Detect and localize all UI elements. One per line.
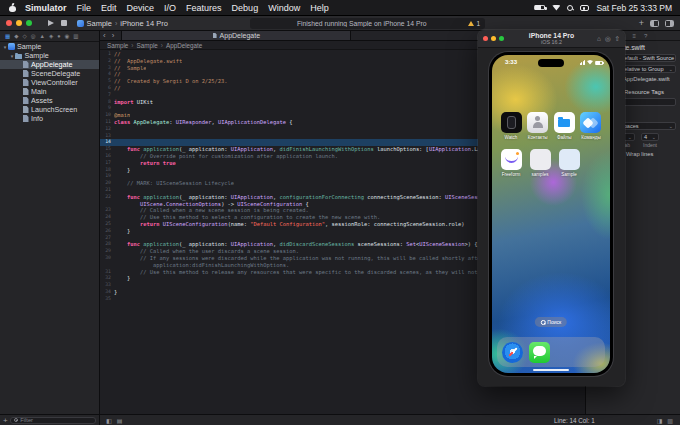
cursor-position-indicator[interactable]: Line: 14 Col: 1 <box>554 417 595 424</box>
minimize-button[interactable] <box>16 20 22 26</box>
stop-button[interactable] <box>61 20 67 26</box>
messages-app-icon[interactable] <box>529 342 550 363</box>
debug-area-toggle-icon[interactable]: ▤ <box>117 417 123 424</box>
indent-width-stepper[interactable]: 4⌄ <box>641 133 659 141</box>
forward-history-button[interactable]: › <box>109 32 118 40</box>
run-destination[interactable]: iPhone 14 Pro <box>120 19 168 28</box>
issues-navigator-icon[interactable]: ▲ <box>39 33 44 39</box>
reports-navigator-icon[interactable]: ▥ <box>73 33 78 39</box>
editor-layout-icon[interactable]: ◨ <box>657 417 663 424</box>
navigator-item-appdelegate[interactable]: AppDelegate <box>0 60 99 69</box>
navigator-item-viewcontroller[interactable]: ViewController <box>0 78 99 87</box>
menu-item-file[interactable]: File <box>77 3 92 13</box>
code-text: // Use this method to select a configura… <box>114 214 380 221</box>
minimap-toggle-icon[interactable]: ▥ <box>667 417 673 424</box>
watch-app-icon[interactable] <box>501 112 522 133</box>
home-icon[interactable]: ⌂ <box>597 35 601 43</box>
toolbar-right-icons: + <box>639 19 674 28</box>
run-button[interactable] <box>48 20 54 26</box>
home-app-freeform[interactable]: Freeform <box>499 149 523 177</box>
navigator-item-info[interactable]: Info <box>0 114 99 123</box>
minimize-button[interactable] <box>491 36 496 41</box>
menu-item-debug[interactable]: Debug <box>232 3 259 13</box>
home-app-команды[interactable]: Команды <box>579 112 603 140</box>
home-indicator[interactable] <box>533 369 569 371</box>
project-navigator-icon[interactable]: ▦ <box>5 33 10 39</box>
close-button[interactable] <box>6 20 12 26</box>
navigator-item-main[interactable]: Main <box>0 87 99 96</box>
breakpoint-toggle-icon[interactable]: ◧ <box>106 417 112 424</box>
navigator-item-sample[interactable]: ▾Sample <box>0 51 99 60</box>
debug-navigator-icon[interactable]: ● <box>57 33 60 39</box>
source-control-navigator-icon[interactable]: ◆ <box>14 33 18 39</box>
menu-item-features[interactable]: Features <box>186 3 222 13</box>
toggle-navigator-icon[interactable] <box>650 20 659 27</box>
library-plus-icon[interactable]: + <box>639 19 644 28</box>
navigator-item-assets[interactable]: Assets <box>0 96 99 105</box>
control-center-icon[interactable] <box>580 5 589 11</box>
menu-item-window[interactable]: Window <box>268 3 300 13</box>
files-app-icon[interactable] <box>554 112 575 133</box>
close-button[interactable] <box>483 36 488 41</box>
find-navigator-icon[interactable]: ◎ <box>31 33 36 39</box>
breadcrumb-item[interactable]: AppDelegate <box>166 42 202 49</box>
warning-icon[interactable] <box>468 21 474 26</box>
file-type-select[interactable]: Default - Swift Source ⌄ <box>617 54 676 62</box>
tests-navigator-icon[interactable]: ◈ <box>49 33 53 39</box>
home-app-контакты[interactable]: Контакты <box>526 112 550 140</box>
breadcrumb-item[interactable]: Sample <box>107 42 128 49</box>
navigator-item-label: AppDelegate <box>31 60 73 69</box>
share-icon[interactable]: ⇧ <box>615 35 620 43</box>
toggle-inspector-icon[interactable] <box>665 20 674 27</box>
add-plus-icon[interactable]: + <box>3 416 8 425</box>
menu-item-help[interactable]: Help <box>310 3 329 13</box>
line-number: 27 <box>100 235 114 242</box>
apple-menu-icon[interactable] <box>8 3 17 13</box>
breakpoints-navigator-icon[interactable]: ◉ <box>65 33 70 39</box>
menu-item-device[interactable]: Device <box>127 3 155 13</box>
breadcrumb-item[interactable]: Sample <box>136 42 157 49</box>
swift-file-icon <box>23 61 29 68</box>
filter-field[interactable]: Filter <box>10 417 96 424</box>
safari-app-icon[interactable] <box>502 342 523 363</box>
home-app-samples[interactable]: samples <box>528 149 552 177</box>
location-select[interactable]: Relative to Group ⌄ <box>617 65 676 73</box>
history-inspector-icon[interactable]: ≡ <box>632 33 636 39</box>
editor-tab-appdelegate[interactable]: AppDelegate <box>121 31 351 40</box>
navigator-item-launchscreen[interactable]: LaunchScreen <box>0 105 99 114</box>
menu-item-i-o[interactable]: I/O <box>164 3 176 13</box>
navigator-item-scenedelegate[interactable]: SceneDelegate <box>0 69 99 78</box>
zoom-button[interactable] <box>26 20 32 26</box>
menu-item-edit[interactable]: Edit <box>101 3 117 13</box>
bookmarks-navigator-icon[interactable]: ◇ <box>22 33 26 39</box>
search-icon[interactable] <box>567 5 573 11</box>
editor-bottom-icons: ◧ ▤ <box>100 417 122 424</box>
shortcuts-app-icon[interactable] <box>580 112 601 133</box>
screenshot-icon[interactable]: ◎ <box>605 35 611 43</box>
simulator-window[interactable]: iPhone 14 Pro iOS 16.2 ⌂◎⇧ 3:33 WatchКон… <box>478 30 625 386</box>
simulator-titlebar[interactable]: iPhone 14 Pro iOS 16.2 ⌂◎⇧ <box>478 30 625 48</box>
zoom-button[interactable] <box>499 36 504 41</box>
contacts-app-icon[interactable] <box>527 112 548 133</box>
plain-app-icon[interactable] <box>530 149 551 170</box>
code-text: // Created by Sergii D on 2/25/23. <box>114 78 228 85</box>
back-history-button[interactable]: ‹ <box>100 32 109 40</box>
home-app-файлы[interactable]: Файлы <box>552 112 576 140</box>
wifi-icon[interactable] <box>552 5 560 11</box>
freeform-app-icon[interactable] <box>501 149 522 170</box>
navigator-item-sample[interactable]: ▾Sample <box>0 42 99 51</box>
iphone-screen[interactable]: 3:33 WatchКонтактыФайлыКоманды Freeforms… <box>492 55 610 373</box>
home-app-sample[interactable]: Sample <box>557 149 581 177</box>
quick-help-inspector-icon[interactable]: ? <box>644 33 647 39</box>
battery-icon[interactable] <box>534 5 545 10</box>
menu-item-simulator[interactable]: Simulator <box>25 3 67 13</box>
scheme-selector[interactable]: Sample › iPhone 14 Pro <box>77 19 168 28</box>
home-app-watch[interactable]: Watch <box>499 112 523 140</box>
spotlight-search-pill[interactable]: Поиск <box>535 317 567 327</box>
scheme-name[interactable]: Sample <box>87 19 112 28</box>
app-label: Watch <box>505 135 518 140</box>
plain2-app-icon[interactable] <box>559 149 580 170</box>
menu-bar-clock[interactable]: Sat Feb 25 3:33 PM <box>596 3 672 13</box>
indent-using-select[interactable]: Spaces ⌄ <box>617 122 676 130</box>
warning-count[interactable]: 1 <box>476 20 480 27</box>
